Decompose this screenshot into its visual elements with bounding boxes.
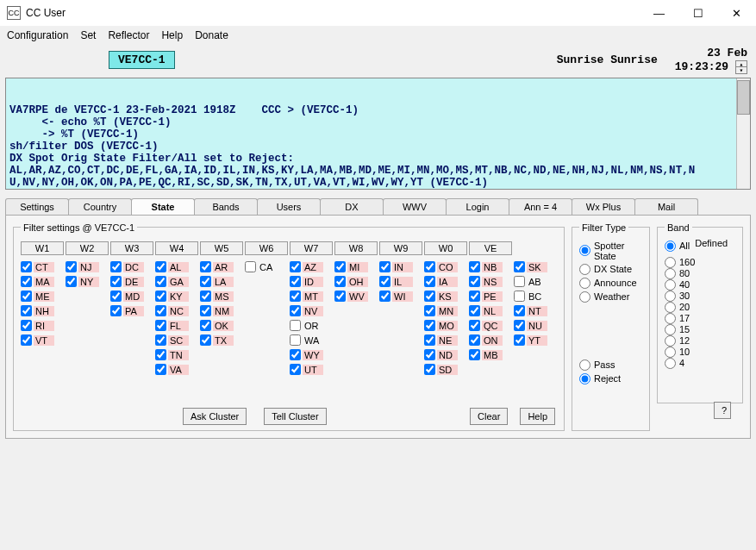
state-ri[interactable]: RI xyxy=(21,319,64,333)
tab-mail[interactable]: Mail xyxy=(634,198,698,215)
state-nd[interactable]: ND xyxy=(424,348,467,362)
band-40[interactable]: 40 xyxy=(665,279,735,291)
state-pa[interactable]: PA xyxy=(110,304,153,318)
state-ab[interactable]: AB xyxy=(514,275,557,289)
band-12[interactable]: 12 xyxy=(665,335,735,347)
tab-login[interactable]: Login xyxy=(446,198,509,215)
state-wy[interactable]: WY xyxy=(290,348,333,362)
menu-set[interactable]: Set xyxy=(80,29,96,41)
tab-bands[interactable]: Bands xyxy=(194,198,258,215)
state-nu[interactable]: NU xyxy=(514,319,557,333)
tab-ann-4[interactable]: Ann = 4 xyxy=(509,198,572,215)
state-ky[interactable]: KY xyxy=(155,290,198,303)
state-mo[interactable]: MO xyxy=(424,319,467,333)
tab-users[interactable]: Users xyxy=(257,198,321,215)
state-in[interactable]: IN xyxy=(379,260,422,274)
state-ct[interactable]: CT xyxy=(21,260,64,274)
state-ca[interactable]: CA xyxy=(245,260,288,274)
state-de[interactable]: DE xyxy=(110,275,153,289)
band-20[interactable]: 20 xyxy=(665,302,735,313)
state-nm[interactable]: NM xyxy=(200,304,243,318)
col-header-w5[interactable]: W5 xyxy=(200,241,243,255)
state-wv[interactable]: WV xyxy=(334,290,378,303)
state-or[interactable]: OR xyxy=(290,319,333,333)
state-nt[interactable]: NT xyxy=(514,304,557,318)
state-nl[interactable]: NL xyxy=(469,304,512,318)
filtertype-weather[interactable]: Weather xyxy=(579,291,642,303)
state-pe[interactable]: PE xyxy=(469,290,512,303)
maximize-button[interactable]: ☐ xyxy=(678,0,717,26)
state-ut[interactable]: UT xyxy=(290,363,333,377)
state-nv[interactable]: NV xyxy=(290,304,333,318)
state-on[interactable]: ON xyxy=(469,334,512,347)
state-md[interactable]: MD xyxy=(110,290,153,303)
state-tn[interactable]: TN xyxy=(155,348,198,362)
menu-donate[interactable]: Donate xyxy=(195,29,228,41)
state-nh[interactable]: NH xyxy=(21,304,64,318)
callsign-button[interactable]: VE7CC-1 xyxy=(109,51,175,69)
state-mi[interactable]: MI xyxy=(334,260,378,274)
band-10[interactable]: 10 xyxy=(665,347,735,358)
state-wi[interactable]: WI xyxy=(379,290,422,303)
col-header-w7[interactable]: W7 xyxy=(290,241,333,255)
col-header-w0[interactable]: W0 xyxy=(424,241,467,255)
col-header-w1[interactable]: W1 xyxy=(21,241,64,255)
col-header-w8[interactable]: W8 xyxy=(334,241,378,255)
state-sc[interactable]: SC xyxy=(155,334,198,347)
tab-settings[interactable]: Settings xyxy=(5,198,69,215)
tab-state[interactable]: State xyxy=(131,198,195,215)
state-al[interactable]: AL xyxy=(155,260,198,274)
col-header-w2[interactable]: W2 xyxy=(66,241,109,255)
filtertype-spotter-state[interactable]: Spotter State xyxy=(579,241,642,261)
state-co[interactable]: CO xyxy=(424,260,467,274)
state-nj[interactable]: NJ xyxy=(66,260,109,274)
band-17[interactable]: 17 xyxy=(665,313,735,324)
state-mb[interactable]: MB xyxy=(469,348,512,362)
state-sd[interactable]: SD xyxy=(424,363,467,377)
col-header-w9[interactable]: W9 xyxy=(379,241,422,255)
state-me[interactable]: ME xyxy=(21,290,64,303)
filtertype-announce[interactable]: Announce xyxy=(579,278,642,289)
terminal-scrollbar[interactable] xyxy=(736,78,750,189)
state-mn[interactable]: MN xyxy=(424,304,467,318)
menu-reflector[interactable]: Reflector xyxy=(108,29,149,41)
state-nb[interactable]: NB xyxy=(469,260,512,274)
state-ny[interactable]: NY xyxy=(66,275,109,289)
band-160[interactable]: 160 xyxy=(665,257,735,268)
band-all-radio[interactable]: All xyxy=(665,241,690,252)
state-ns[interactable]: NS xyxy=(469,275,512,289)
state-tx[interactable]: TX xyxy=(200,334,243,347)
state-ma[interactable]: MA xyxy=(21,275,64,289)
clear-button[interactable]: Clear xyxy=(470,408,508,425)
state-wa[interactable]: WA xyxy=(290,334,333,347)
state-ar[interactable]: AR xyxy=(200,260,243,274)
state-ks[interactable]: KS xyxy=(424,290,467,303)
state-nc[interactable]: NC xyxy=(155,304,198,318)
menu-help[interactable]: Help xyxy=(161,29,183,41)
col-header-w4[interactable]: W4 xyxy=(155,241,198,255)
state-yt[interactable]: YT xyxy=(514,334,557,347)
state-la[interactable]: LA xyxy=(200,275,243,289)
close-button[interactable]: ✕ xyxy=(717,0,756,26)
state-ok[interactable]: OK xyxy=(200,319,243,333)
state-ga[interactable]: GA xyxy=(155,275,198,289)
state-az[interactable]: AZ xyxy=(290,260,333,274)
state-qc[interactable]: QC xyxy=(469,319,512,333)
tab-country[interactable]: Country xyxy=(68,198,132,215)
state-ms[interactable]: MS xyxy=(200,290,243,303)
band-15[interactable]: 15 xyxy=(665,324,735,335)
tab-wx-plus[interactable]: Wx Plus xyxy=(572,198,635,215)
state-vt[interactable]: VT xyxy=(21,334,64,347)
band-30[interactable]: 30 xyxy=(665,291,735,302)
state-mt[interactable]: MT xyxy=(290,290,333,303)
col-header-ve[interactable]: VE xyxy=(469,241,512,255)
band-80[interactable]: 80 xyxy=(665,268,735,279)
reject-radio[interactable]: Reject xyxy=(579,373,642,384)
filtertype-dx-state[interactable]: DX State xyxy=(579,264,642,275)
state-dc[interactable]: DC xyxy=(110,260,153,274)
tell-cluster-button[interactable]: Tell Cluster xyxy=(264,408,326,425)
menu-configuration[interactable]: Configuration xyxy=(7,29,68,41)
state-ia[interactable]: IA xyxy=(424,275,467,289)
minimize-button[interactable]: — xyxy=(640,0,678,26)
question-button[interactable]: ? xyxy=(714,402,731,419)
